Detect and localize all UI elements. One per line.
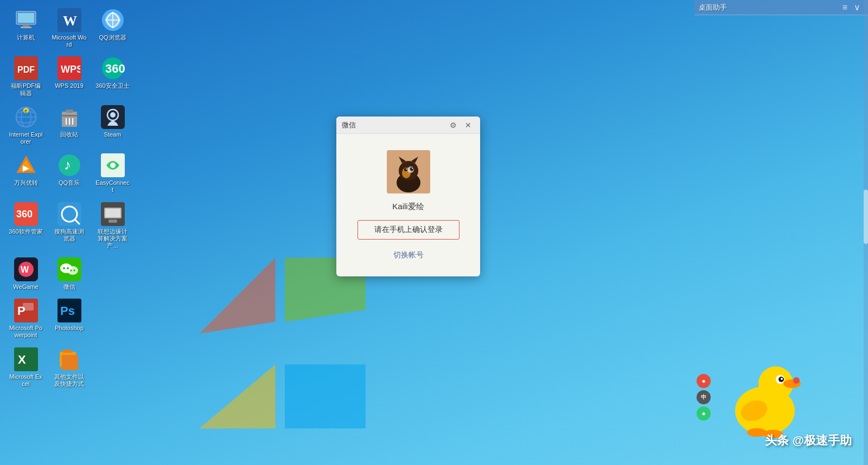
- ps-icon: Ps: [58, 299, 81, 322]
- svg-text:Ps: Ps: [60, 304, 75, 318]
- svg-point-29: [110, 112, 116, 118]
- wechat-dialog: 微信 ⚙ ✕: [336, 117, 480, 276]
- svg-rect-1: [18, 13, 34, 23]
- icon-lenovo[interactable]: 联想边缘计算解决方案产...: [92, 199, 133, 253]
- icon-360software[interactable]: 360 360软件管家: [5, 199, 46, 253]
- wanxing-icon: ▶: [14, 153, 38, 177]
- duck-mascot: [716, 340, 814, 438]
- icon-ie[interactable]: e Internet Explorer: [5, 102, 46, 148]
- pdf-label: 福昕PDF编辑器: [8, 82, 43, 96]
- excel-label: Microsoft Excel: [8, 373, 43, 388]
- confirm-login-btn[interactable]: 请在手机上确认登录: [358, 220, 459, 240]
- icon-360guard[interactable]: 360 360安全卫士: [92, 54, 133, 99]
- icon-qqmusic[interactable]: ♪ QQ音乐: [49, 151, 90, 196]
- qq-browser-label: QQ浏览器: [99, 34, 126, 41]
- pdf-icon: PDF: [14, 56, 38, 80]
- word-icon: W: [58, 8, 81, 32]
- dialog-titlebar: 微信 ⚙ ✕: [336, 117, 480, 134]
- svg-point-73: [410, 167, 413, 171]
- wechat-icon: [58, 257, 81, 281]
- files-icon: [58, 347, 81, 371]
- recycle-icon: [58, 105, 81, 129]
- 360software-label: 360软件管家: [9, 228, 42, 235]
- svg-point-53: [70, 269, 72, 272]
- icon-word[interactable]: W Microsoft Word: [49, 5, 90, 51]
- sougou-icon: [58, 202, 81, 226]
- dialog-settings-btn[interactable]: ⚙: [446, 119, 459, 132]
- qqmusic-icon: ♪: [58, 153, 81, 177]
- svg-point-75: [412, 168, 413, 169]
- icon-recycle[interactable]: 回收站: [49, 102, 90, 148]
- sougou-label: 搜狗高速浏览器: [52, 228, 87, 242]
- wegame-label: WeGame: [13, 283, 38, 290]
- steam-label: Steam: [104, 131, 122, 138]
- ime-btn-zh[interactable]: 中: [697, 390, 711, 404]
- icon-row-6: W WeGame 微信: [5, 255, 133, 293]
- icon-files[interactable]: 其他文件以及快捷方式: [49, 345, 90, 390]
- wps-label: WPS 2019: [55, 82, 84, 89]
- svg-rect-64: [63, 350, 72, 353]
- svg-point-82: [781, 378, 783, 380]
- ime-btn-red[interactable]: ●: [697, 374, 711, 388]
- svg-point-84: [747, 428, 767, 437]
- qq-browser-icon: [101, 8, 125, 32]
- icon-sougou[interactable]: 搜狗高速浏览器: [49, 199, 90, 253]
- icon-ppt[interactable]: P Microsoft Powerpoint: [5, 296, 46, 341]
- svg-text:♪: ♪: [64, 157, 71, 173]
- 360guard-icon: 360: [101, 56, 125, 80]
- dialog-body: Kaili爱绘 请在手机上确认登录 切换帐号: [336, 134, 480, 276]
- icon-qq-browser[interactable]: QQ浏览器: [92, 5, 133, 51]
- icon-wanxing[interactable]: ▶ 万兴优转: [5, 151, 46, 196]
- svg-rect-22: [61, 115, 78, 117]
- scrollbar[interactable]: [864, 0, 868, 465]
- icon-ps[interactable]: Ps Photoshop: [49, 296, 90, 341]
- icon-steam[interactable]: Steam: [92, 102, 133, 148]
- toolbar-close-btn[interactable]: ∨: [851, 2, 864, 12]
- switch-account-btn[interactable]: 切换帐号: [393, 248, 424, 263]
- svg-rect-57: [23, 303, 34, 311]
- wechat-label: 微信: [63, 283, 75, 290]
- icon-wps[interactable]: WPS WPS 2019: [49, 54, 90, 99]
- recycle-label: 回收站: [60, 131, 78, 138]
- 360software-icon: 360: [14, 202, 38, 226]
- icon-row-7: P Microsoft Powerpoint Ps Photoshop: [5, 296, 133, 341]
- windows-logo: [190, 248, 380, 438]
- steam-icon: [101, 105, 125, 129]
- icon-wegame[interactable]: W WeGame: [5, 255, 46, 293]
- icon-excel[interactable]: X Microsoft Excel: [5, 345, 46, 390]
- watermark: 头条 @极速手助: [765, 432, 852, 449]
- 360guard-label: 360安全卫士: [95, 82, 129, 89]
- svg-point-86: [793, 377, 800, 384]
- svg-text:W: W: [63, 13, 77, 29]
- lenovo-label: 联想边缘计算解决方案产...: [95, 228, 130, 250]
- dialog-close-btn[interactable]: ✕: [462, 119, 475, 132]
- icon-pdf[interactable]: PDF 福昕PDF编辑器: [5, 54, 46, 99]
- desktop-icon-area: 计算机 W Microsoft Word QQ浏览器: [5, 5, 133, 390]
- svg-text:PDF: PDF: [17, 65, 35, 74]
- qqmusic-label: QQ音乐: [59, 179, 80, 186]
- svg-point-36: [110, 163, 116, 168]
- desktop-toolbar: 桌面助手 ≡ ∨: [694, 0, 868, 15]
- ime-btn-green[interactable]: ●: [697, 406, 711, 421]
- svg-rect-63: [62, 355, 78, 370]
- toolbar-expand-btn[interactable]: ≡: [839, 3, 851, 12]
- computer-label: 计算机: [17, 34, 35, 41]
- toolbar-title: 桌面助手: [699, 3, 839, 12]
- icon-wechat[interactable]: 微信: [49, 255, 90, 293]
- excel-icon: X: [14, 347, 38, 371]
- svg-text:360: 360: [105, 62, 125, 75]
- wps-icon: WPS: [58, 56, 81, 80]
- icon-easyconnect[interactable]: EasyConnect: [92, 151, 133, 196]
- dialog-controls: ⚙ ✕: [446, 119, 475, 132]
- icon-row-4: ▶ 万兴优转 ♪ QQ音乐 EasyConnect: [5, 151, 133, 196]
- icon-row-2: PDF 福昕PDF编辑器 WPS WPS 2019 360 360安全卫士: [5, 54, 133, 99]
- svg-text:X: X: [18, 353, 26, 366]
- icon-computer[interactable]: 计算机: [5, 5, 46, 51]
- scrollbar-thumb[interactable]: [864, 190, 868, 244]
- svg-text:WPS: WPS: [61, 64, 80, 75]
- svg-rect-44: [108, 219, 117, 223]
- svg-point-50: [67, 266, 78, 275]
- computer-icon: [14, 8, 38, 32]
- lenovo-icon: [101, 202, 125, 226]
- easyconnect-icon: [101, 153, 125, 177]
